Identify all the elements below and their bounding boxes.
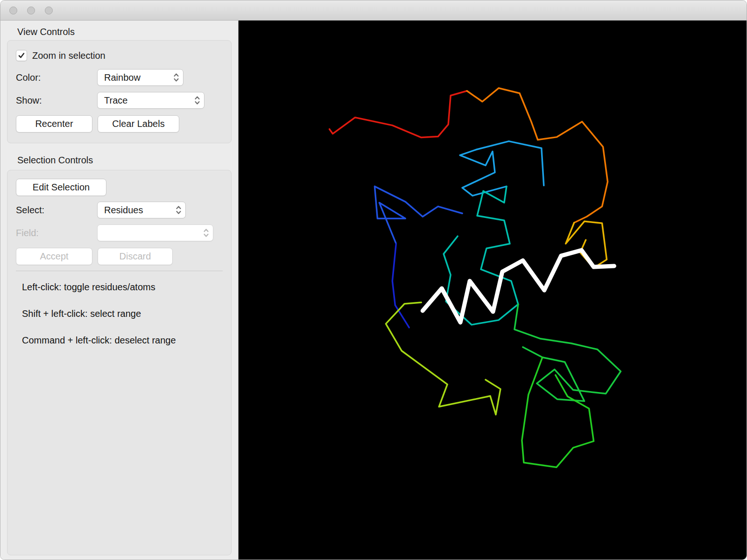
edit-selection-button[interactable]: Edit Selection xyxy=(16,179,106,196)
minimize-button[interactable] xyxy=(27,7,35,14)
chevron-up-down-icon xyxy=(175,204,182,216)
zoom-button[interactable] xyxy=(45,7,53,14)
trace-segment-gold[interactable] xyxy=(566,221,607,268)
molecule-trace-svg[interactable] xyxy=(239,21,747,560)
divider xyxy=(16,271,223,271)
field-label: Field: xyxy=(16,228,97,238)
trace-segment-sky-blue[interactable] xyxy=(460,141,544,196)
selection-controls-title: Selection Controls xyxy=(17,154,238,166)
chevron-up-down-icon xyxy=(194,95,201,106)
help-shift-left-click: Shift + left-click: select range xyxy=(22,308,223,319)
select-dropdown[interactable]: Residues xyxy=(97,202,186,218)
select-label: Select: xyxy=(16,205,97,216)
title-bar[interactable] xyxy=(0,0,747,21)
show-dropdown-value: Trace xyxy=(104,95,127,106)
molecule-viewport[interactable] xyxy=(239,21,747,560)
color-dropdown-value: Rainbow xyxy=(104,72,141,83)
clear-labels-button[interactable]: Clear Labels xyxy=(98,115,179,133)
trace-segment-blue[interactable] xyxy=(374,186,462,244)
show-dropdown[interactable]: Trace xyxy=(97,92,204,109)
chevron-up-down-icon xyxy=(173,72,180,83)
checkmark-icon xyxy=(18,52,25,59)
trace-segment-selection-white[interactable] xyxy=(423,250,614,322)
color-dropdown[interactable]: Rainbow xyxy=(97,69,183,86)
help-left-click: Left-click: toggle residues/atoms xyxy=(22,281,223,293)
zoom-in-selection-row: Zoom in selection xyxy=(16,49,223,62)
zoom-in-selection-label: Zoom in selection xyxy=(32,50,106,61)
trace-segment-green-tangle[interactable] xyxy=(514,304,621,401)
view-controls-title: View Controls xyxy=(17,26,238,37)
help-command-left-click: Command + left-click: deselect range xyxy=(22,335,223,346)
view-controls-group: Zoom in selection Color: Rainbow Show: xyxy=(7,40,232,143)
select-dropdown-value: Residues xyxy=(104,205,143,216)
app-window: View Controls Zoom in selection Color: R… xyxy=(0,0,747,560)
close-button[interactable] xyxy=(9,7,17,14)
trace-segment-teal[interactable] xyxy=(444,186,518,324)
trace-segment-n-terminus-red[interactable] xyxy=(330,91,467,138)
trace-segment-orange[interactable] xyxy=(467,88,607,223)
zoom-in-selection-checkbox[interactable] xyxy=(16,50,27,61)
control-sidebar: View Controls Zoom in selection Color: R… xyxy=(0,21,239,560)
show-label: Show: xyxy=(16,95,97,106)
chevron-up-down-icon xyxy=(203,227,210,238)
field-dropdown[interactable] xyxy=(97,224,213,241)
discard-button[interactable]: Discard xyxy=(98,248,173,265)
selection-controls-group: Edit Selection Select: Residues Field: xyxy=(7,170,232,555)
recenter-button[interactable]: Recenter xyxy=(16,115,92,133)
color-label: Color: xyxy=(16,72,97,83)
accept-button[interactable]: Accept xyxy=(16,248,92,265)
